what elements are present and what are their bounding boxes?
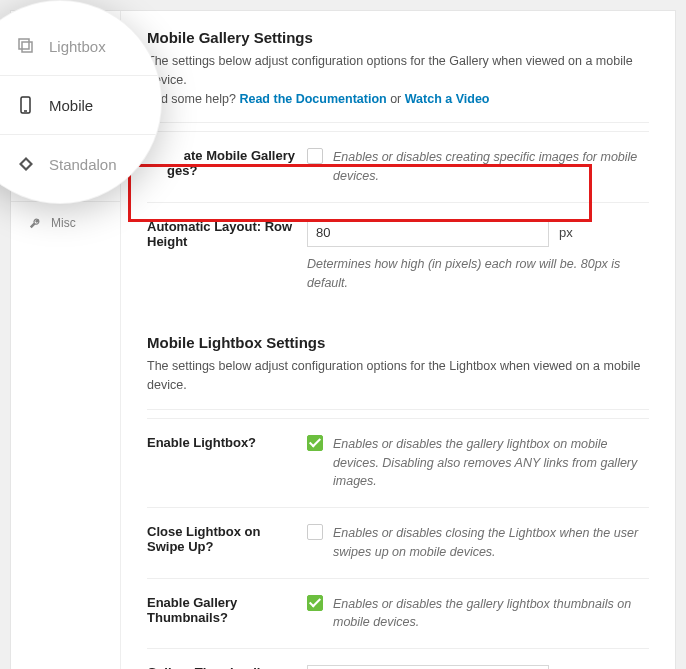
- setting-label-close-swipe: Close Lightbox on Swipe Up?: [147, 508, 307, 579]
- setting-label-row-height: Automatic Layout: Row Height: [147, 202, 307, 308]
- setting-label-enable-lightbox: Enable Lightbox?: [147, 418, 307, 507]
- enable-thumbnails-checkbox[interactable]: [307, 595, 323, 611]
- svg-rect-0: [19, 39, 29, 49]
- close-swipe-desc: Enables or disables closing the Lightbox…: [333, 524, 649, 562]
- main-content: Mobile Gallery Settings The settings bel…: [121, 11, 675, 669]
- lightbox-settings-table: Enable Lightbox? Enables or disables the…: [147, 418, 649, 669]
- section-title-gallery: Mobile Gallery Settings: [147, 29, 649, 46]
- lightbox-icon: [17, 37, 35, 55]
- setting-label-enable-thumbnails: Enable Gallery Thumbnails?: [147, 578, 307, 649]
- watch-video-link[interactable]: Watch a Video: [405, 92, 490, 106]
- section-intro-lightbox: The settings below adjust configuration …: [147, 357, 649, 395]
- read-documentation-link[interactable]: Read the Documentation: [239, 92, 386, 106]
- create-mobile-images-checkbox[interactable]: [307, 148, 323, 164]
- row-height-unit: px: [559, 225, 573, 240]
- section-title-lightbox: Mobile Lightbox Settings: [147, 334, 649, 351]
- magnifier-item-label: Mobile: [49, 97, 93, 114]
- row-height-desc: Determines how high (in pixels) each row…: [307, 255, 649, 293]
- magnifier-item-mobile[interactable]: Mobile: [0, 76, 161, 135]
- thumb-width-input[interactable]: [307, 665, 549, 669]
- enable-lightbox-checkbox[interactable]: [307, 435, 323, 451]
- enable-thumbnails-desc: Enables or disables the gallery lightbox…: [333, 595, 649, 633]
- row-height-input[interactable]: [307, 219, 549, 247]
- magnifier-item-label: Lightbox: [49, 38, 106, 55]
- setting-label-thumb-width: Gallery Thumbnails Width: [147, 649, 307, 670]
- enable-lightbox-desc: Enables or disables the gallery lightbox…: [333, 435, 649, 491]
- sidebar-item-misc[interactable]: Misc: [11, 202, 120, 244]
- section-intro-gallery: The settings below adjust configuration …: [147, 52, 649, 108]
- setting-label-create-mobile-images: ate Mobile Gallery ges?: [147, 132, 307, 203]
- wrench-icon: [29, 216, 43, 230]
- diamond-icon: [17, 155, 35, 173]
- svg-rect-1: [22, 42, 32, 52]
- close-swipe-checkbox[interactable]: [307, 524, 323, 540]
- sidebar-item-label: Misc: [51, 216, 76, 230]
- mobile-icon: [17, 96, 35, 114]
- gallery-settings-table: ate Mobile Gallery ges? Enables or disab…: [147, 131, 649, 308]
- magnifier-item-label: Standalon: [49, 156, 117, 173]
- create-mobile-images-desc: Enables or disables creating specific im…: [333, 148, 649, 186]
